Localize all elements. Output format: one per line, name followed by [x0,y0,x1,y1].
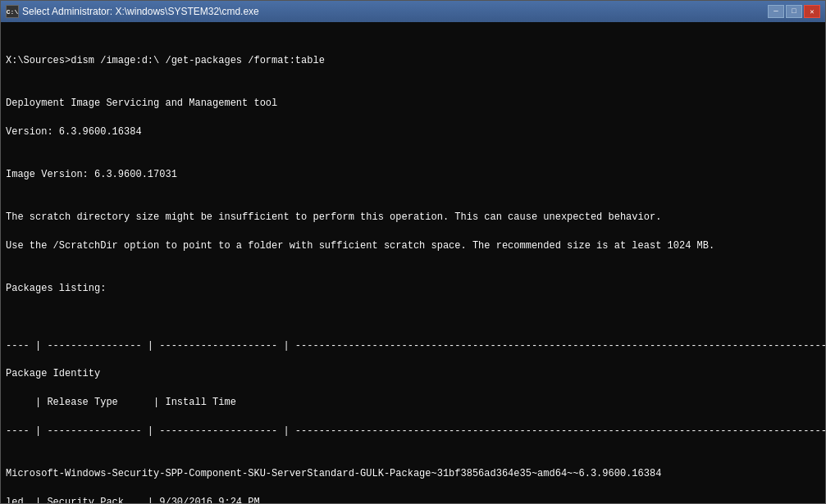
console-line: X:\Sources>dism /image:d:\ /get-packages… [6,54,820,68]
close-button[interactable]: ✕ [804,5,820,18]
console-line: ---- | ---------------- | --------------… [6,339,820,353]
maximize-button[interactable]: □ [786,5,802,18]
console-line: | Release Type | Install Time [6,396,820,410]
console-output[interactable]: X:\Sources>dism /image:d:\ /get-packages… [1,22,825,503]
console-line: Package Identity | State [6,367,820,381]
console-line: Use the /ScratchDir option to point to a… [6,239,820,253]
cmd-window: C:\ Select Administrator: X:\windows\SYS… [0,0,826,504]
title-bar: C:\ Select Administrator: X:\windows\SYS… [1,1,825,22]
console-line: Microsoft-Windows-Security-SPP-Component… [6,467,820,481]
console-line: Image Version: 6.3.9600.17031 [6,168,820,182]
cmd-icon: C:\ [6,5,19,18]
console-line: led | Security Pack | 9/30/2016 9:24 PM [6,496,820,503]
console-line: Version: 6.3.9600.16384 [6,125,820,139]
title-bar-left: C:\ Select Administrator: X:\windows\SYS… [6,5,259,18]
console-line: The scratch directory size might be insu… [6,211,820,225]
console-line: Packages listing: [6,282,820,296]
window-controls: — □ ✕ [768,5,820,18]
minimize-button[interactable]: — [768,5,784,18]
window-title: Select Administrator: X:\windows\SYSTEM3… [22,6,259,17]
console-line: ---- | ---------------- | --------------… [6,425,820,438]
console-line: Deployment Image Servicing and Managemen… [6,97,820,111]
